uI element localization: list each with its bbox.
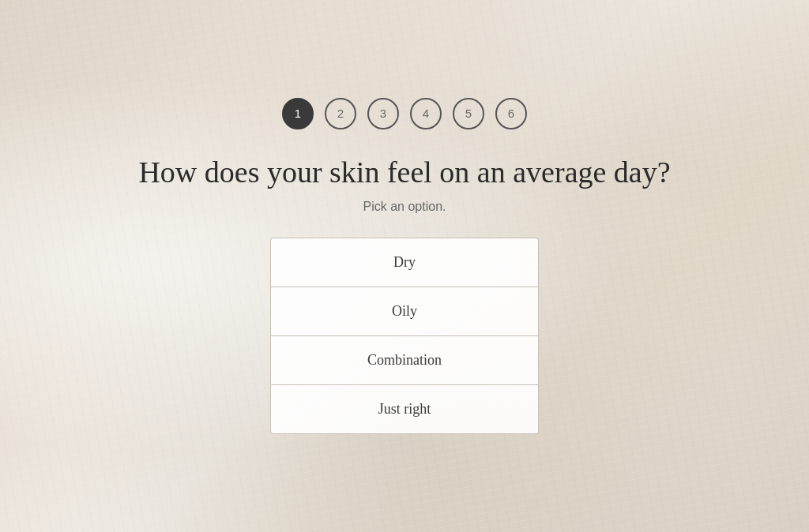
question-subtitle: Pick an option. [363, 200, 446, 214]
question-text: How does your skin feel on an average da… [138, 155, 670, 191]
step-5[interactable]: 5 [453, 98, 484, 129]
step-6[interactable]: 6 [495, 98, 527, 129]
option-oily[interactable]: Oily [270, 287, 539, 335]
option-combination[interactable]: Combination [270, 335, 539, 384]
options-list: Dry Oily Combination Just right [270, 238, 539, 434]
step-2[interactable]: 2 [325, 98, 356, 129]
main-container: 1 2 3 4 5 6 How does your skin feel on a… [0, 82, 809, 451]
step-4[interactable]: 4 [410, 98, 442, 129]
step-1[interactable]: 1 [282, 98, 314, 129]
option-just-right[interactable]: Just right [270, 384, 539, 434]
option-dry[interactable]: Dry [270, 238, 539, 287]
step-indicators: 1 2 3 4 5 6 [282, 98, 527, 129]
step-3[interactable]: 3 [367, 98, 399, 129]
